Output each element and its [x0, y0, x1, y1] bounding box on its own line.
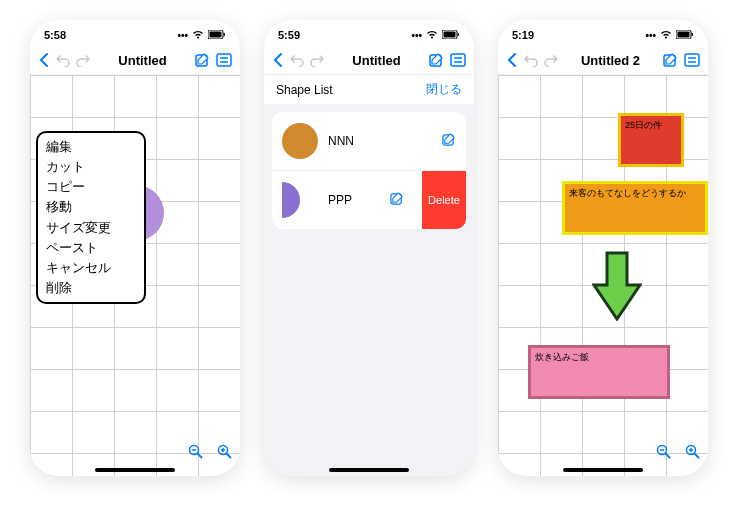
status-icons: ••• [645, 30, 694, 41]
home-indicator[interactable] [563, 468, 643, 472]
wifi-icon [660, 30, 672, 41]
page-title: Untitled [352, 53, 400, 68]
clock: 5:19 [512, 29, 534, 41]
canvas[interactable]: 編集 カット コピー 移動 サイズ変更 ペースト キャンセル 削除 [30, 75, 240, 476]
menu-item-cut[interactable]: カット [46, 157, 136, 177]
svg-rect-25 [692, 33, 694, 36]
list-header: Shape List 閉じる [264, 75, 474, 104]
svg-rect-18 [451, 54, 465, 66]
clock: 5:59 [278, 29, 300, 41]
home-indicator[interactable] [329, 468, 409, 472]
compose-icon[interactable] [195, 53, 210, 68]
close-button[interactable]: 閉じる [426, 81, 462, 98]
delete-button[interactable]: Delete [422, 171, 466, 229]
menu-item-delete[interactable]: 削除 [46, 278, 136, 298]
zoom-in-icon[interactable] [217, 444, 232, 462]
redo-icon[interactable] [310, 53, 324, 67]
battery-icon [442, 30, 460, 41]
wifi-icon [192, 30, 204, 41]
list-item[interactable]: NNN [272, 112, 466, 170]
nav-bar: Untitled 2 [498, 46, 708, 75]
nav-bar: Untitled [30, 46, 240, 75]
menu-item-cancel[interactable]: キャンセル [46, 258, 136, 278]
nav-bar: Untitled [264, 46, 474, 75]
svg-rect-1 [210, 31, 222, 37]
canvas[interactable]: 25日の件 来客のもてなしをどうするか 炊き込みご飯 [498, 75, 708, 476]
status-bar: 5:59 ••• [264, 20, 474, 46]
edit-icon[interactable] [390, 192, 404, 209]
shape-preview-icon [282, 182, 318, 218]
compose-icon[interactable] [429, 53, 444, 68]
undo-icon[interactable] [524, 53, 538, 67]
svg-rect-4 [217, 54, 231, 66]
page-title: Untitled [118, 53, 166, 68]
svg-rect-24 [678, 31, 690, 37]
menu-item-copy[interactable]: コピー [46, 177, 136, 197]
back-icon[interactable] [506, 52, 518, 68]
shape-list: NNN PPP Delete [264, 104, 474, 476]
arrow-shape[interactable] [592, 251, 642, 321]
list-icon[interactable] [216, 53, 232, 67]
shape-box[interactable]: 炊き込みご飯 [528, 345, 670, 399]
home-indicator[interactable] [95, 468, 175, 472]
menu-item-move[interactable]: 移動 [46, 197, 136, 217]
signal-icon: ••• [411, 30, 422, 41]
shape-box[interactable]: 来客のもてなしをどうするか [562, 181, 708, 235]
wifi-icon [426, 30, 438, 41]
signal-icon: ••• [177, 30, 188, 41]
back-icon[interactable] [38, 52, 50, 68]
signal-icon: ••• [645, 30, 656, 41]
svg-rect-2 [224, 33, 226, 36]
redo-icon[interactable] [76, 53, 90, 67]
status-bar: 5:58 ••• [30, 20, 240, 46]
menu-item-resize[interactable]: サイズ変更 [46, 218, 136, 238]
back-icon[interactable] [272, 52, 284, 68]
zoom-out-icon[interactable] [188, 444, 203, 462]
context-menu: 編集 カット コピー 移動 サイズ変更 ペースト キャンセル 削除 [36, 131, 146, 304]
svg-line-8 [198, 454, 202, 458]
redo-icon[interactable] [544, 53, 558, 67]
status-icons: ••• [177, 30, 226, 41]
svg-line-31 [666, 454, 670, 458]
svg-rect-16 [458, 33, 460, 36]
svg-line-11 [227, 454, 231, 458]
menu-item-paste[interactable]: ペースト [46, 238, 136, 258]
battery-icon [676, 30, 694, 41]
list-item[interactable]: PPP Delete [272, 170, 466, 229]
shape-box[interactable]: 25日の件 [618, 113, 684, 167]
shape-label: NNN [328, 134, 432, 148]
undo-icon[interactable] [290, 53, 304, 67]
status-bar: 5:19 ••• [498, 20, 708, 46]
svg-rect-15 [444, 31, 456, 37]
screen-2: 5:59 ••• Untitled Shape List 閉じる NNN [264, 20, 474, 476]
svg-line-34 [695, 454, 699, 458]
list-title: Shape List [276, 83, 333, 97]
clock: 5:58 [44, 29, 66, 41]
shape-label: PPP [328, 193, 380, 207]
svg-rect-27 [685, 54, 699, 66]
edit-icon[interactable] [442, 133, 456, 150]
zoom-out-icon[interactable] [656, 444, 671, 462]
page-title: Untitled 2 [581, 53, 640, 68]
undo-icon[interactable] [56, 53, 70, 67]
status-icons: ••• [411, 30, 460, 41]
menu-item-edit[interactable]: 編集 [46, 137, 136, 157]
list-icon[interactable] [684, 53, 700, 67]
screen-3: 5:19 ••• Untitled 2 25日の件 来客のもてなしをどうするか … [498, 20, 708, 476]
compose-icon[interactable] [663, 53, 678, 68]
shape-preview-icon [282, 123, 318, 159]
battery-icon [208, 30, 226, 41]
screen-1: 5:58 ••• Untitled 編集 カット コピー 移動 [30, 20, 240, 476]
list-icon[interactable] [450, 53, 466, 67]
zoom-in-icon[interactable] [685, 444, 700, 462]
